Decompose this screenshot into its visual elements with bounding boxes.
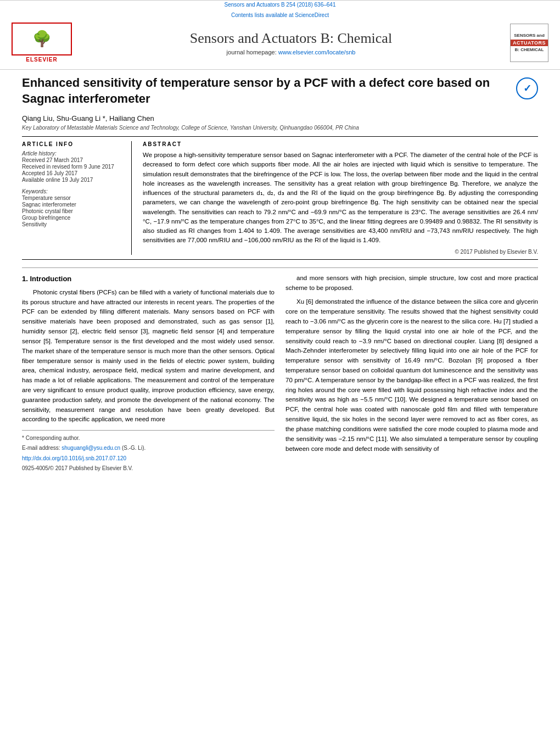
keyword-5: Sensitivity bbox=[22, 221, 124, 227]
keyword-4: Group birefringence bbox=[22, 215, 124, 221]
copyright-footer: 0925-4005/© 2017 Published by Elsevier B… bbox=[22, 464, 275, 473]
email-line: E-mail address: shuguangli@ysu.edu.cn (S… bbox=[22, 444, 275, 453]
badge-top-text: SENSORS and bbox=[514, 33, 545, 38]
body-two-col: 1. Introduction Photonic crystal fibers … bbox=[22, 274, 538, 473]
article-title: Enhanced sensitivity of temperature sens… bbox=[22, 75, 516, 107]
body-para-1-text: Photonic crystal fibers (PCFs) can be fi… bbox=[22, 289, 275, 423]
email-suffix: (S.-G. Li). bbox=[122, 445, 145, 451]
keyword-1: Temperature sensor bbox=[22, 195, 124, 201]
email-link[interactable]: shuguangli@ysu.edu.cn bbox=[61, 445, 120, 451]
sensors-actuators-badge: SENSORS and ACTUATORS B: CHEMICAL bbox=[510, 24, 548, 62]
affiliation: Key Laboratory of Metastable Materials S… bbox=[22, 125, 538, 131]
abstract-text: We propose a high-sensitivity temperatur… bbox=[143, 150, 538, 246]
doi-top-bar: Sensors and Actuators B 254 (2018) 636–6… bbox=[0, 0, 560, 9]
keyword-3: Photonic crystal fiber bbox=[22, 208, 124, 214]
section-divider bbox=[22, 267, 538, 268]
contents-available-bar: Contents lists available at ScienceDirec… bbox=[0, 9, 560, 20]
elsevier-text: ELSEVIER bbox=[26, 57, 57, 63]
article-info-column: ARTICLE INFO Article history: Received 2… bbox=[22, 141, 132, 255]
received-revised-date: Received in revised form 9 June 2017 bbox=[22, 164, 124, 170]
elsevier-tree-icon: 🌳 bbox=[32, 31, 52, 47]
abstract-title: ABSTRACT bbox=[143, 141, 538, 147]
body-para-2-text: and more sensors with high precision, si… bbox=[285, 275, 538, 291]
corresponding-note: * Corresponding author. bbox=[22, 434, 275, 443]
keyword-2: Sagnac interferometer bbox=[22, 202, 124, 208]
keywords-section: Keywords: Temperature sensor Sagnac inte… bbox=[22, 188, 124, 227]
badge-bot-text: B: CHEMICAL bbox=[515, 47, 544, 53]
journal-homepage-label: journal homepage: bbox=[227, 49, 277, 55]
authors-line: Qiang Liu, Shu-Guang Li *, Hailiang Chen bbox=[22, 114, 538, 122]
article-info-abstract: ARTICLE INFO Article history: Received 2… bbox=[22, 136, 538, 260]
elsevier-logo: 🌳 ELSEVIER bbox=[9, 23, 75, 63]
accepted-date: Accepted 16 July 2017 bbox=[22, 170, 124, 176]
doi-citation: Sensors and Actuators B 254 (2018) 636–6… bbox=[225, 2, 336, 8]
body-para-2: and more sensors with high precision, si… bbox=[285, 274, 538, 293]
doi-footer[interactable]: http://dx.doi.org/10.1016/j.snb.2017.07.… bbox=[22, 454, 275, 463]
journal-homepage-url[interactable]: www.elsevier.com/locate/snb bbox=[278, 49, 356, 55]
section1-heading: 1. Introduction bbox=[22, 274, 275, 284]
received-date: Received 27 March 2017 bbox=[22, 157, 124, 163]
body-para-3-text: Xu [6] demonstrated the influence of the… bbox=[285, 298, 538, 451]
elsevier-logo-box: 🌳 bbox=[12, 23, 72, 55]
journal-homepage: journal homepage: www.elsevier.com/locat… bbox=[75, 49, 507, 55]
contents-label: Contents lists available at bbox=[231, 12, 293, 18]
footnote-area: * Corresponding author. E-mail address: … bbox=[22, 430, 275, 472]
journal-header: Contents lists available at ScienceDirec… bbox=[0, 9, 560, 70]
page-wrapper: Sensors and Actuators B 254 (2018) 636–6… bbox=[0, 0, 560, 742]
crossmark-badge: ✓ bbox=[516, 77, 538, 99]
article-title-section: Enhanced sensitivity of temperature sens… bbox=[22, 75, 538, 110]
history-label: Article history: bbox=[22, 150, 124, 157]
body-col-right: and more sensors with high precision, si… bbox=[285, 274, 538, 473]
header-main-row: 🌳 ELSEVIER Sensors and Actuators B: Chem… bbox=[0, 20, 560, 66]
badge-mid-text: ACTUATORS bbox=[511, 40, 548, 46]
keywords-label: Keywords: bbox=[22, 188, 124, 194]
body-para-3: Xu [6] demonstrated the influence of the… bbox=[285, 297, 538, 454]
email-label: E-mail address: bbox=[22, 445, 60, 451]
body-col-left: 1. Introduction Photonic crystal fibers … bbox=[22, 274, 275, 473]
header-center: Sensors and Actuators B: Chemical journa… bbox=[75, 30, 507, 55]
article-content: Enhanced sensitivity of temperature sens… bbox=[0, 70, 560, 478]
abstract-copyright: © 2017 Published by Elsevier B.V. bbox=[143, 249, 538, 255]
article-info-title: ARTICLE INFO bbox=[22, 141, 124, 147]
journal-name: Sensors and Actuators B: Chemical bbox=[75, 30, 507, 47]
available-online-date: Available online 19 July 2017 bbox=[22, 177, 124, 183]
sciencedirect-link[interactable]: ScienceDirect bbox=[295, 12, 329, 18]
abstract-section: ABSTRACT We propose a high-sensitivity t… bbox=[143, 141, 538, 255]
authors-text: Qiang Liu, Shu-Guang Li *, Hailiang Chen bbox=[22, 114, 154, 122]
sensors-badge-container: SENSORS and ACTUATORS B: CHEMICAL bbox=[507, 24, 551, 62]
body-para-1: Photonic crystal fibers (PCFs) can be fi… bbox=[22, 288, 275, 425]
crossmark-icon: ✓ bbox=[523, 82, 531, 94]
